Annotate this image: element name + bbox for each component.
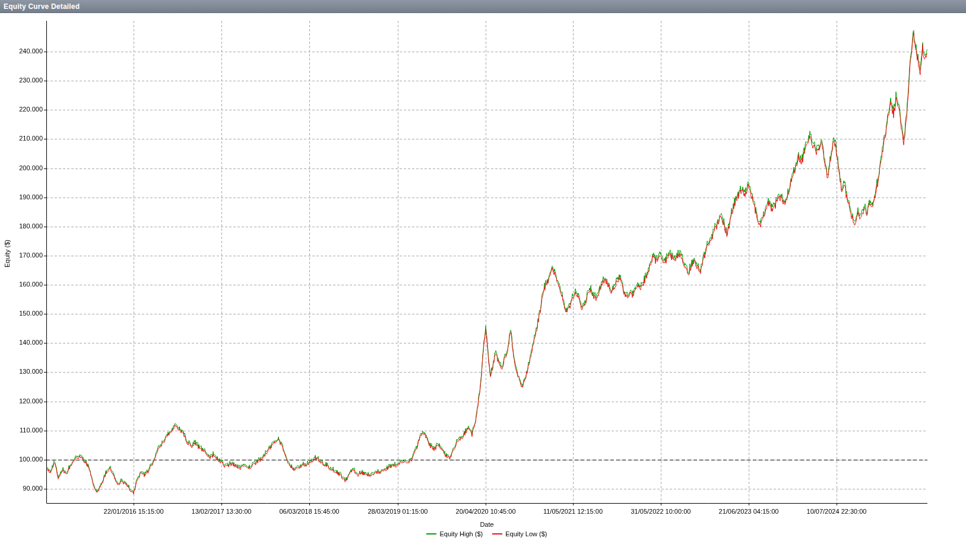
window-title-bar[interactable]: Equity Curve Detailed xyxy=(0,0,966,13)
window-title: Equity Curve Detailed xyxy=(4,2,80,11)
equity-chart: Equity ($) Date Equity High ($) Equity L… xyxy=(0,13,966,559)
equity-chart-canvas xyxy=(0,13,966,559)
